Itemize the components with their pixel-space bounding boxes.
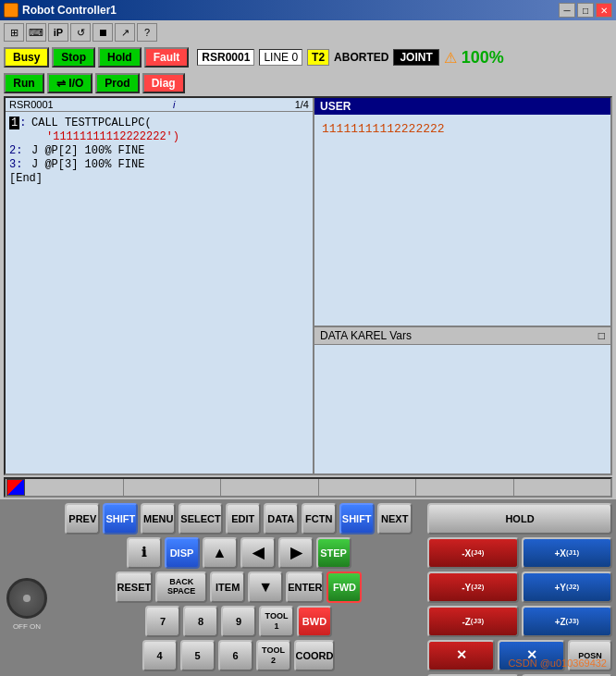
keyboard-row-2: ℹ DISP ▲ ◀ ▶ STEP [54,537,424,569]
disp-button[interactable]: DISP [165,537,200,569]
status-row2: Run ⇌ I/O Prod Diag [0,70,616,96]
joystick[interactable] [6,578,47,619]
prev-button[interactable]: PREV [65,503,100,535]
plus-y-j2-button[interactable]: +Y(J2) [522,572,613,603]
run-button[interactable]: Run [4,73,44,93]
hold-button[interactable]: HOLD [427,503,612,535]
status-cell-2 [124,479,222,496]
user-panel: USER 11111111112222222 [314,98,610,326]
plus-x-j1-button[interactable]: +X(J1) [522,537,613,569]
title-bar: Robot Controller1 ─ □ ✕ [0,0,616,20]
minus-y-j2-button[interactable]: -Y(J2) [427,572,519,603]
right-arrow-button[interactable]: ▶ [278,537,314,569]
toolbar-ip-icon[interactable]: iP [48,23,68,42]
diag-button[interactable]: Diag [142,73,185,93]
mode-indicator: T2 [307,49,329,66]
vars-title: DATA KAREL Vars [320,329,412,342]
select-button[interactable]: SELECT [179,503,222,535]
window-controls[interactable]: ─ □ ✕ [559,3,612,18]
status-bar [4,477,612,498]
num9-button[interactable]: 9 [221,606,256,637]
minus-z-j3-button[interactable]: -Z(J3) [427,606,519,637]
user-panel-content: 11111111112222222 [314,115,610,143]
line-info: LINE 0 [259,49,302,66]
num8-button[interactable]: 8 [183,606,218,637]
enter-button[interactable]: ENTER [286,572,324,603]
status-cell-5 [416,479,514,496]
left-joystick: OFF ON [4,503,50,676]
shift-button-right[interactable]: SHIFT [339,503,375,535]
num5-button[interactable]: 5 [180,640,216,671]
toolbar-export-icon[interactable]: ↗ [115,23,135,42]
io-button[interactable]: ⇌ I/O [47,73,92,93]
num6-button[interactable]: 6 [218,640,253,671]
bwd-button[interactable]: BWD [297,606,332,637]
code-line-3: 3: J @P[3] 100% FINE [9,158,309,171]
toolbar-keyboard-icon[interactable]: ⌨ [26,23,46,42]
joystick-dot [23,595,31,602]
busy-button[interactable]: Busy [4,47,49,68]
toolbar-stop-icon[interactable]: ⏹ [92,23,113,42]
code-panel: RSR0001 i 1/4 1: CALL TESTTPCALLPC( '111… [6,98,314,473]
minus-x-j4-button[interactable]: -X(J4) [427,537,519,569]
data-button[interactable]: DATA [264,503,299,535]
main-keyboard: PREV SHIFT MENU SELECT EDIT DATA FCTN SH… [54,503,424,676]
hold-button[interactable]: Hold [98,47,142,68]
toolbar-help-icon[interactable]: ? [137,23,157,42]
up-arrow-button[interactable]: ▲ [203,537,238,569]
watermark: CSDN @u010369432 [508,658,607,669]
minimize-button[interactable]: ─ [559,3,575,18]
plus-z-j3-button[interactable]: +Z(J3) [522,606,613,637]
step-button[interactable]: STEP [316,537,351,569]
toolbar: ⊞ ⌨ iP ↺ ⏹ ↗ ? [0,20,616,44]
backspace-button[interactable]: BACKSPACE [155,572,207,603]
code-editor[interactable]: 1: CALL TESTTPCALLPC( '11111111112222222… [6,112,313,473]
close-button[interactable]: ✕ [596,3,612,18]
edit-button[interactable]: EDIT [226,503,261,535]
fwd-button[interactable]: FWD [326,572,362,603]
minus-j4-button[interactable]: ✕ [427,640,495,671]
fault-button[interactable]: Fault [144,47,190,68]
line-number-empty [9,130,28,143]
keyboard-row-4: 7 8 9 TOOL1 BWD [54,606,424,637]
line-code-3: J @P[3] 100% FINE [31,158,144,171]
hold-row: HOLD [427,503,612,535]
app-icon [4,3,18,18]
tool2-button[interactable]: TOOL2 [256,640,291,671]
coord-indicator: JOINT [393,49,438,66]
num4-button[interactable]: 4 [142,640,178,671]
line-end: [End] [9,172,43,185]
axis-row-3: -Z(J3) +Z(J3) [427,606,612,637]
prod-button[interactable]: Prod [95,73,139,93]
down-arrow-button[interactable]: ▼ [248,572,283,603]
info-icon: i [173,99,175,110]
menu-button[interactable]: MENU [141,503,176,535]
keyboard-row-3: RESET BACKSPACE ITEM ▼ ENTER FWD [54,572,424,603]
reset-button[interactable]: RESET [116,572,154,603]
toolbar-refresh-icon[interactable]: ↺ [70,23,91,42]
item-button[interactable]: ITEM [210,572,245,603]
fctn-button[interactable]: FCTN [302,503,337,535]
status-cell-6 [514,479,611,496]
axis-row-2: -Y(J2) +Y(J2) [427,572,612,603]
vars-expand-icon[interactable]: □ [598,329,605,342]
tool1-button[interactable]: TOOL1 [259,606,294,637]
stop-button[interactable]: Stop [52,47,95,68]
shift-button-left[interactable]: SHIFT [103,503,138,535]
status-indicator [6,479,25,496]
right-axis-panel: HOLD -X(J4) +X(J1) -Y(J2) +Y(J2) -Z(J3) … [427,503,612,676]
vars-content [314,345,610,352]
coord-button[interactable]: COORD [294,640,336,671]
num7-button[interactable]: 7 [145,606,180,637]
toolbar-grid-icon[interactable]: ⊞ [4,23,24,42]
left-arrow-button[interactable]: ◀ [240,537,276,569]
next-button[interactable]: NEXT [377,503,413,535]
code-line-end: [End] [9,172,309,185]
code-line-2: 2: J @P[2] 100% FINE [9,144,309,157]
keyboard-row-5: 4 5 6 TOOL2 COORD [54,640,424,671]
line-code: CALL TESTTPCALLPC( [31,117,152,129]
maximize-button[interactable]: □ [577,3,594,18]
state-indicator: ABORTED [334,51,388,64]
vars-panel-header: DATA KAREL Vars □ [314,327,610,345]
info-button[interactable]: ℹ [127,537,162,569]
